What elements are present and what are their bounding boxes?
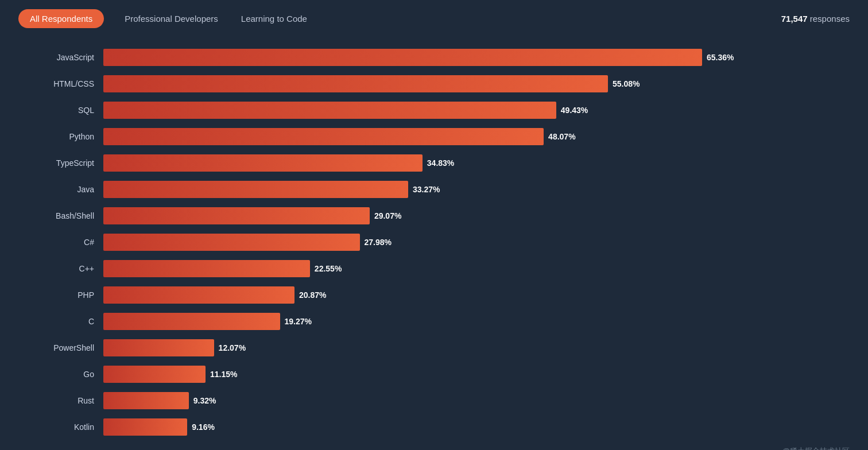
bar-label: JavaScript: [34, 53, 103, 62]
bar-row: C19.27%: [34, 311, 834, 332]
bar-track: 20.87%: [103, 286, 834, 304]
bar-label: Java: [34, 185, 103, 194]
bar-label: C#: [34, 238, 103, 247]
bar-row: Java33.27%: [34, 179, 834, 200]
bar-row: C#27.98%: [34, 231, 834, 253]
bar-track: 34.83%: [103, 154, 834, 172]
bar-row: Go11.15%: [34, 363, 834, 385]
chart-container: JavaScript65.36%HTML/CSS55.08%SQL49.43%P…: [0, 37, 868, 450]
bar-row: HTML/CSS55.08%: [34, 73, 834, 95]
bar-row: Python48.07%: [34, 126, 834, 148]
bar-track: 19.27%: [103, 313, 834, 330]
bar-value: 12.07%: [219, 343, 246, 352]
bar-value: 29.07%: [374, 211, 401, 220]
bar-fill: [103, 181, 408, 198]
bar-fill: [103, 234, 360, 251]
bar-value: 33.27%: [413, 185, 440, 194]
bar-fill: [103, 260, 310, 277]
bar-track: 65.36%: [103, 49, 834, 66]
bar-value: 65.36%: [707, 53, 734, 62]
bar-label: SQL: [34, 106, 103, 115]
bar-label: PowerShell: [34, 343, 103, 352]
bar-fill: [103, 75, 608, 92]
bar-row: Bash/Shell29.07%: [34, 205, 834, 227]
bar-value: 22.55%: [315, 264, 342, 273]
bar-label: Rust: [34, 396, 103, 405]
bar-fill: [103, 154, 423, 172]
bar-track: 55.08%: [103, 75, 834, 92]
bar-label: HTML/CSS: [34, 79, 103, 88]
bar-track: 33.27%: [103, 181, 834, 198]
bar-track: 48.07%: [103, 128, 834, 145]
bar-row: Kotlin9.16%: [34, 416, 834, 438]
bar-label: C: [34, 317, 103, 326]
bar-label: Go: [34, 370, 103, 379]
bar-value: 48.07%: [548, 132, 575, 141]
bar-row: PHP20.87%: [34, 284, 834, 306]
bar-label: Python: [34, 132, 103, 141]
bar-track: 9.16%: [103, 418, 834, 436]
bar-value: 49.43%: [561, 106, 588, 115]
bar-fill: [103, 418, 187, 436]
bar-track: 11.15%: [103, 366, 834, 383]
bar-fill: [103, 313, 280, 330]
bar-track: 29.07%: [103, 207, 834, 224]
bar-value: 34.83%: [427, 158, 454, 168]
bar-fill: [103, 128, 544, 145]
bar-row: JavaScript65.36%: [34, 46, 834, 68]
bar-track: 22.55%: [103, 260, 834, 277]
bar-fill: [103, 392, 189, 409]
bar-track: 12.07%: [103, 339, 834, 356]
responses-count: 71,547 responses: [781, 14, 850, 24]
bar-label: TypeScript: [34, 158, 103, 168]
bar-row: TypeScript34.83%: [34, 152, 834, 174]
bar-value: 55.08%: [613, 79, 640, 88]
bar-row: PowerShell12.07%: [34, 337, 834, 359]
bar-fill: [103, 286, 294, 304]
bar-value: 9.32%: [193, 396, 216, 405]
bar-fill: [103, 339, 214, 356]
watermark: @稀土掘金技术社区: [782, 446, 850, 450]
bar-row: SQL49.43%: [34, 99, 834, 121]
bar-fill: [103, 102, 556, 119]
bar-track: 27.98%: [103, 234, 834, 251]
bar-fill: [103, 49, 702, 66]
bar-label: C++: [34, 264, 103, 273]
bar-value: 9.16%: [192, 422, 215, 432]
bar-value: 27.98%: [365, 238, 392, 247]
bar-label: Kotlin: [34, 422, 103, 432]
all-respondents-button[interactable]: All Respondents: [18, 9, 104, 28]
bar-row: Rust9.32%: [34, 390, 834, 412]
bar-row: C++22.55%: [34, 258, 834, 280]
bar-value: 20.87%: [299, 290, 326, 300]
responses-number: 71,547: [781, 14, 808, 24]
bar-fill: [103, 366, 206, 383]
bar-label: PHP: [34, 290, 103, 300]
bar-track: 49.43%: [103, 102, 834, 119]
nav-bar: All Respondents Professional Developers …: [0, 0, 868, 37]
bar-value: 19.27%: [285, 317, 312, 326]
bar-track: 9.32%: [103, 392, 834, 409]
professional-developers-button[interactable]: Professional Developers: [122, 9, 220, 28]
bar-fill: [103, 207, 370, 224]
bar-label: Bash/Shell: [34, 211, 103, 220]
responses-label: responses: [810, 14, 850, 24]
learning-to-code-button[interactable]: Learning to Code: [239, 9, 309, 28]
bar-value: 11.15%: [210, 370, 237, 379]
